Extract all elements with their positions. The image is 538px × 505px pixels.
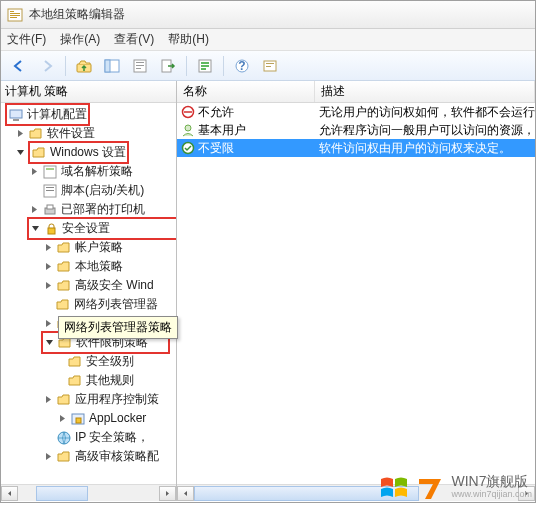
svg-rect-31 <box>48 228 55 234</box>
folder-icon <box>56 240 72 256</box>
expand-icon[interactable] <box>43 318 54 329</box>
column-name-label: 名称 <box>183 83 207 100</box>
scroll-left-arrow[interactable] <box>1 486 18 501</box>
tree-security-settings[interactable]: 安全设置 <box>62 219 110 238</box>
scroll-left-arrow[interactable] <box>177 486 194 501</box>
folder-icon <box>28 126 44 142</box>
scroll-thumb[interactable] <box>36 486 88 501</box>
tree-advanced-firewall[interactable]: 高级安全 Wind <box>75 276 154 295</box>
tree-header-label: 计算机 策略 <box>5 83 68 100</box>
column-desc-label: 描述 <box>321 83 345 100</box>
column-name[interactable]: 名称 <box>177 81 315 102</box>
tree-hscrollbar[interactable] <box>1 484 176 501</box>
tree-network-list-mgr[interactable]: 网络列表管理器 <box>74 295 158 314</box>
svg-rect-9 <box>136 62 144 63</box>
svg-rect-1 <box>10 11 14 12</box>
expand-icon[interactable] <box>43 280 54 291</box>
svg-rect-30 <box>47 205 53 209</box>
expand-icon[interactable] <box>43 242 54 253</box>
tree-windows-settings[interactable]: Windows 设置 <box>50 143 126 162</box>
tree-security-levels[interactable]: 安全级别 <box>86 352 134 371</box>
row-desc: 软件访问权由用户的访问权来决定。 <box>315 140 535 157</box>
menu-help[interactable]: 帮助(H) <box>168 31 209 48</box>
tooltip-text: 网络列表管理器策略 <box>64 320 172 334</box>
show-tree-button[interactable] <box>100 54 124 78</box>
folder-icon <box>56 449 72 465</box>
tree-app-control[interactable]: 应用程序控制策 <box>75 390 159 409</box>
properties-button[interactable] <box>128 54 152 78</box>
tree-applocker[interactable]: AppLocker <box>89 409 146 428</box>
row-desc: 无论用户的访问权如何，软件都不会运行 <box>315 104 535 121</box>
list-header[interactable]: 名称 描述 <box>177 81 535 103</box>
svg-rect-22 <box>10 110 22 118</box>
export-button[interactable] <box>156 54 180 78</box>
svg-rect-15 <box>201 65 209 67</box>
column-description[interactable]: 描述 <box>315 81 535 102</box>
folder-icon <box>55 297 71 313</box>
tree-local-policies[interactable]: 本地策略 <box>75 257 123 276</box>
help-button[interactable]: ? <box>230 54 254 78</box>
filter-button[interactable] <box>258 54 282 78</box>
dns-policy-icon <box>42 164 58 180</box>
row-name: 基本用户 <box>198 122 246 139</box>
svg-rect-33 <box>76 418 81 423</box>
toolbar: ? <box>1 51 535 81</box>
tree-computer-config[interactable]: 计算机配置 <box>27 105 87 124</box>
tree-other-rules[interactable]: 其他规则 <box>86 371 134 390</box>
back-button[interactable] <box>7 54 31 78</box>
svg-rect-27 <box>46 187 54 188</box>
tree-ipsec[interactable]: IP 安全策略， <box>75 428 149 447</box>
seven-icon <box>415 473 445 501</box>
svg-rect-24 <box>44 166 56 178</box>
scroll-right-arrow[interactable] <box>159 486 176 501</box>
svg-rect-23 <box>13 119 19 121</box>
svg-rect-7 <box>105 60 110 72</box>
svg-rect-21 <box>266 66 271 67</box>
svg-rect-14 <box>201 62 209 64</box>
expand-icon[interactable] <box>57 413 68 424</box>
computer-config-icon <box>8 107 24 123</box>
collapse-icon[interactable] <box>30 223 41 234</box>
ipsec-icon <box>56 430 72 446</box>
menu-action[interactable]: 操作(A) <box>60 31 100 48</box>
svg-rect-11 <box>136 68 141 69</box>
folder-icon <box>56 392 72 408</box>
app-icon <box>7 7 23 23</box>
svg-rect-25 <box>46 168 54 170</box>
list-row[interactable]: 基本用户 允许程序访问一般用户可以访问的资源， <box>177 121 535 139</box>
disallowed-icon <box>181 105 195 119</box>
forward-button[interactable] <box>35 54 59 78</box>
expand-icon[interactable] <box>29 204 40 215</box>
tree-advanced-audit[interactable]: 高级审核策略配 <box>75 447 159 466</box>
collapse-icon[interactable] <box>15 147 26 158</box>
window-title: 本地组策略编辑器 <box>29 6 125 23</box>
menubar: 文件(F) 操作(A) 查看(V) 帮助(H) <box>1 29 535 51</box>
expand-icon[interactable] <box>43 261 54 272</box>
expand-icon[interactable] <box>15 128 26 139</box>
svg-rect-3 <box>10 15 20 16</box>
folder-icon <box>56 278 72 294</box>
tooltip: 网络列表管理器策略 <box>58 316 178 339</box>
list-pane: 名称 描述 不允许 无论用户的访问权如何，软件都不会运行 基本用户 允许程序访问… <box>177 81 535 501</box>
expand-icon[interactable] <box>43 451 54 462</box>
list-row[interactable]: 不允许 无论用户的访问权如何，软件都不会运行 <box>177 103 535 121</box>
row-name: 不允许 <box>198 104 234 121</box>
watermark-title: WIN7旗舰版 <box>451 474 532 489</box>
tree-account-policies[interactable]: 帐户策略 <box>75 238 123 257</box>
tree-header[interactable]: 计算机 策略 <box>1 81 176 103</box>
security-icon <box>43 221 59 237</box>
tree-scripts[interactable]: 脚本(启动/关机) <box>61 181 144 200</box>
collapse-icon[interactable] <box>44 337 55 348</box>
tree-dns-policy[interactable]: 域名解析策略 <box>61 162 133 181</box>
refresh-button[interactable] <box>193 54 217 78</box>
expand-icon[interactable] <box>29 166 40 177</box>
printer-icon <box>42 202 58 218</box>
menu-file[interactable]: 文件(F) <box>7 31 46 48</box>
menu-view[interactable]: 查看(V) <box>114 31 154 48</box>
list-row-selected[interactable]: 不受限 软件访问权由用户的访问权来决定。 <box>177 139 535 157</box>
scripts-icon <box>42 183 58 199</box>
up-button[interactable] <box>72 54 96 78</box>
svg-rect-10 <box>136 65 144 66</box>
tree[interactable]: 计算机配置 软件设置 Windows 设置 域名解析策略 <box>1 103 176 466</box>
expand-icon[interactable] <box>43 394 54 405</box>
